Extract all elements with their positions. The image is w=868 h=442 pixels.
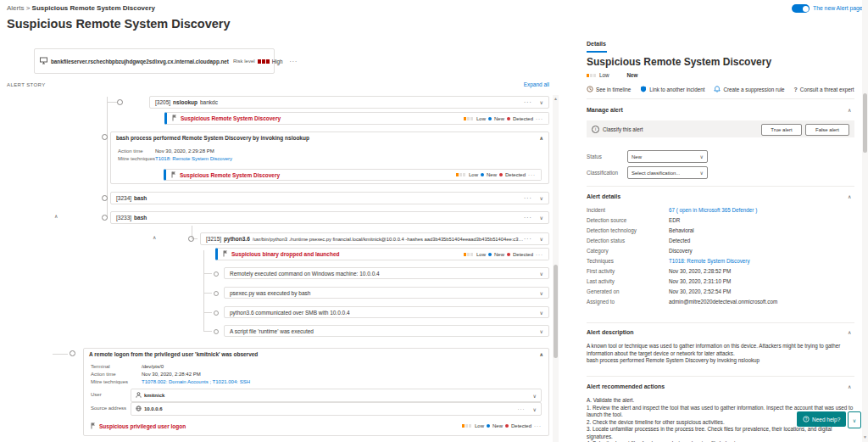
incident-link[interactable]: 67 ( open in Microsoft 365 Defender ): [669, 207, 854, 214]
mitre-technique-link[interactable]: T1078.002: Domain Accounts ; T1021.004: …: [142, 379, 250, 384]
chevron-down-icon[interactable]: ∨: [533, 406, 537, 412]
alert-badges: Low New Detected ···: [464, 252, 543, 257]
section-collapse-caret[interactable]: ∧: [848, 108, 851, 113]
process-node-icon: [102, 215, 108, 221]
severity-label: Low: [599, 72, 609, 78]
expand-all-link[interactable]: Expand all: [465, 81, 549, 87]
chevron-down-icon[interactable]: ∨: [540, 215, 543, 221]
alert-title: Suspicious binary dropped and launched: [231, 251, 340, 257]
event-card-remote-logon[interactable]: A remote logon from the privileged user …: [83, 348, 549, 436]
classification-dropdown[interactable]: Select classification... ∨: [627, 166, 708, 179]
device-more-icon[interactable]: ···: [290, 59, 298, 64]
mitre-technique-link[interactable]: T1018: Remote System Discovery: [155, 156, 232, 161]
alert-flag-icon: [172, 115, 177, 122]
more-icon[interactable]: ···: [524, 195, 532, 201]
status-dropdown[interactable]: New ∨: [627, 150, 708, 163]
link-to-incident-action[interactable]: Link to another incident: [640, 86, 704, 93]
breadcrumb-alerts-link[interactable]: Alerts: [7, 4, 24, 12]
section-collapse-caret[interactable]: ∧: [848, 384, 851, 389]
process-card-bash-discovery[interactable]: bash process performed Remote System Dis…: [110, 131, 549, 184]
chevron-down-icon[interactable]: ∨: [540, 328, 543, 334]
field-value: Nov 30, 2020, 2:31:10 PM: [669, 278, 854, 285]
event-row[interactable]: A script file 'runtime' was executed ∨: [224, 325, 549, 337]
section-collapse-caret[interactable]: ∧: [848, 330, 851, 335]
more-icon[interactable]: ···: [536, 252, 543, 257]
user-value: kmitnick: [144, 393, 164, 398]
connector-line: [203, 293, 212, 294]
false-alert-button[interactable]: False alert: [805, 124, 849, 136]
classification-dropdown-value: Select classification...: [632, 171, 680, 176]
chevron-down-icon[interactable]: ∨: [540, 99, 543, 105]
tab-details[interactable]: Details: [587, 41, 606, 47]
status-dropdown-value: New: [632, 154, 642, 159]
need-help-button[interactable]: ? Need help?: [797, 411, 846, 427]
chevron-down-icon[interactable]: ∨: [540, 195, 543, 201]
alert-row[interactable]: Suspicious Remote System Discovery Low N…: [164, 112, 549, 125]
field-label: Generated on: [587, 288, 669, 295]
event-title: Remotely executed command on Windows mac…: [230, 271, 380, 277]
chevron-down-icon[interactable]: ∨: [540, 290, 543, 296]
need-help-chevron-button[interactable]: ∨: [848, 411, 861, 428]
section-collapse-caret[interactable]: ∧: [848, 194, 851, 199]
field-value: admin@mitre2020detecteval.onmicrosoft.co…: [669, 299, 854, 305]
chevron-up-icon[interactable]: ∧: [539, 135, 543, 141]
more-icon[interactable]: ···: [536, 116, 543, 121]
alert-recommended-actions-header: Alert recommended actions: [587, 383, 665, 389]
see-in-timeline-action[interactable]: See in timeline: [587, 86, 631, 93]
process-node-icon: [117, 99, 123, 105]
process-name: bash: [134, 215, 147, 221]
field-value: /dev/pts/0: [142, 364, 164, 369]
more-icon[interactable]: ···: [524, 99, 532, 105]
divider: [587, 186, 854, 187]
new-alert-page-toggle[interactable]: [792, 4, 810, 13]
event-row[interactable]: python3.6 communicated over SMB with 10.…: [224, 306, 549, 318]
chevron-up-icon[interactable]: ∧: [539, 351, 543, 357]
field-label: Category: [587, 248, 669, 255]
page-scrollbar[interactable]: ▼: [862, 0, 868, 442]
chevron-down-icon[interactable]: ∨: [540, 236, 543, 242]
chevron-down-icon[interactable]: ∨: [540, 271, 543, 277]
severity-label: Low: [469, 172, 478, 177]
true-alert-button[interactable]: True alert: [761, 124, 802, 136]
process-row-bash[interactable]: [3234] bash ···∨: [110, 192, 549, 204]
chevron-down-icon[interactable]: ∨: [540, 310, 543, 316]
field-label: Techniques: [587, 258, 669, 265]
more-icon[interactable]: ···: [524, 236, 532, 242]
technique-link[interactable]: T1018: Remote System Discovery: [669, 258, 854, 265]
person-icon: [136, 392, 142, 399]
alert-story-label: ALERT STORY: [7, 82, 46, 87]
device-card: bankfileserver.rschechbpbzujhdgwqe2sdlxv…: [34, 48, 275, 74]
more-icon[interactable]: ···: [524, 215, 532, 221]
severity-low-icon: [464, 253, 473, 256]
tree-scrollbar[interactable]: ▲: [553, 95, 559, 442]
scroll-down-arrow[interactable]: ▼: [863, 435, 867, 439]
more-icon[interactable]: ···: [518, 406, 526, 411]
chevron-down-icon[interactable]: ∨: [533, 393, 537, 399]
page-scrollbar-thumb[interactable]: [863, 93, 867, 153]
more-icon[interactable]: ···: [528, 172, 536, 177]
event-row[interactable]: psexec.py was executed by bash ∨: [224, 287, 549, 299]
consult-threat-expert-action[interactable]: ? Consult a threat expert: [794, 86, 854, 93]
process-row-bash[interactable]: [3233] bash ···∨: [110, 211, 549, 224]
alert-row[interactable]: Suspicious privileged user logon Low New…: [91, 420, 542, 432]
source-address-row[interactable]: 10.0.0.6 ···∨: [131, 402, 542, 416]
user-row[interactable]: kmitnick ∨: [131, 389, 542, 402]
status-new-dot: [488, 253, 492, 256]
risk-level-value: High: [272, 59, 283, 64]
alert-row[interactable]: Suspicious binary dropped and launched L…: [215, 248, 549, 260]
event-row[interactable]: Remotely executed command on Windows mac…: [224, 267, 549, 279]
event-node-icon: [214, 271, 219, 277]
severity-low-icon: [464, 117, 473, 120]
create-suppression-rule-action[interactable]: Create a suppression rule: [714, 86, 784, 93]
scroll-up-arrow[interactable]: ▲: [554, 97, 558, 101]
collapse-caret[interactable]: ∧: [153, 235, 156, 240]
event-node-icon: [214, 291, 219, 296]
tree-scrollbar-thumb[interactable]: [554, 265, 558, 358]
process-row-nslookup[interactable]: [3205] nslookup bankdc ···∨: [149, 96, 549, 109]
alert-row[interactable]: Suspicious Remote System Discovery Low N…: [164, 169, 542, 181]
device-name-link[interactable]: bankfileserver.rschechbpbzujhdgwqe2sdlxv…: [51, 59, 229, 64]
process-row-python[interactable]: [3215] python3.6 /usr/bin/python3 ./runt…: [200, 232, 549, 245]
globe-icon: [136, 406, 142, 412]
collapse-caret[interactable]: ∧: [54, 214, 58, 219]
more-icon[interactable]: ···: [534, 423, 542, 428]
